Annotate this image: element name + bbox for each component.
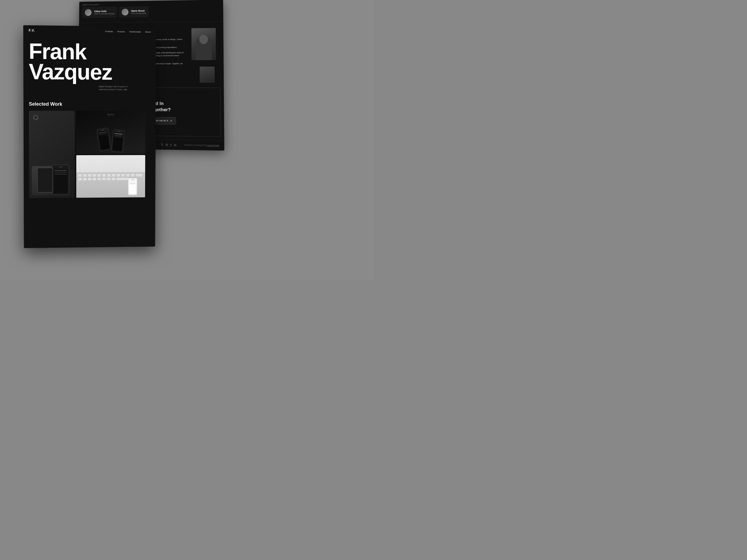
nav-about[interactable]: About <box>145 31 151 33</box>
chloe-info: Chloe Ortiz CEO at Survey Monkey <box>94 9 114 15</box>
chloe-avatar <box>85 9 92 16</box>
work-grid: byte <box>29 111 150 198</box>
credit-author-link[interactable]: Luca De Corte <box>207 144 219 146</box>
front-panel: F.V. Portfolio Process Testimonials Abou… <box>23 25 156 248</box>
nav-process[interactable]: Process <box>118 30 125 32</box>
hero-name: Frank Vazquez <box>29 41 151 83</box>
mario-info: Mario Rossi CFO at Microsoft <box>131 9 146 15</box>
external-link-icon: ↗ <box>170 119 172 122</box>
chloe-title: CEO at Survey Monkey <box>94 12 114 15</box>
work-img-byte: byte <box>76 111 146 154</box>
phone-group <box>76 111 146 154</box>
person-silhouette <box>191 28 216 60</box>
phone-mock-left <box>96 128 111 152</box>
nav-portfolio[interactable]: Portfolio <box>105 30 113 32</box>
testimonials-description: aspect of the project. <box>82 2 220 6</box>
linkedin-icon[interactable]: in <box>174 143 176 146</box>
facebook-icon[interactable]: ƒ <box>170 143 172 146</box>
nav-logo: F.V. <box>29 29 35 32</box>
work-img-keyboard <box>76 155 145 198</box>
footer-credit: Designed & Developed By Luca De Corte <box>184 144 219 146</box>
hero-name-line2: Vazquez <box>29 59 112 84</box>
hero-description: Digital Designer with 10 years of experi… <box>99 85 128 91</box>
work-item-1[interactable] <box>29 111 75 198</box>
instagram-icon[interactable]: ◎ <box>165 143 168 146</box>
selected-work-section: Selected Work <box>24 99 156 198</box>
phone-mock-right <box>111 129 125 153</box>
work-item-2[interactable]: byte <box>76 111 146 154</box>
about-photo-container <box>191 28 219 79</box>
twitter-icon[interactable]: 𝕏 <box>161 143 163 146</box>
nav-links: Portfolio Process Testimonials About <box>105 30 151 33</box>
nav-testimonials[interactable]: Testimonials <box>129 30 141 33</box>
testimonial-item-mario: Mario Rossi CFO at Microsoft <box>119 6 149 18</box>
selected-work-title: Selected Work <box>29 101 151 107</box>
work-item-3[interactable] <box>76 155 145 198</box>
work-img-phone-dark <box>29 111 75 198</box>
dm-x-label: Dm me on X <box>155 119 168 122</box>
about-photo-accent <box>200 67 215 83</box>
about-photo-main <box>191 28 216 60</box>
testimonials-section: aspect of the project. Chloe Ortiz CEO a… <box>79 0 223 23</box>
hero-section: Frank Vazquez Digital Designer with 10 y… <box>23 35 156 99</box>
navigation: F.V. Portfolio Process Testimonials Abou… <box>23 25 156 37</box>
mario-title: CFO at Microsoft <box>131 12 146 15</box>
mario-avatar <box>122 8 129 16</box>
testimonial-item-chloe: Chloe Ortiz CEO at Survey Monkey <box>82 7 117 18</box>
